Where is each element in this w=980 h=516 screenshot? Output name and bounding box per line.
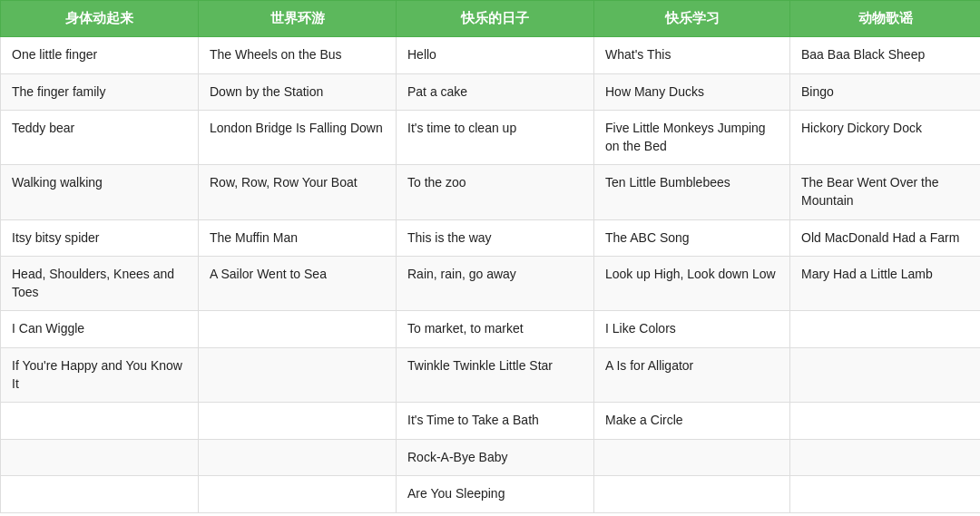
table-row: Rock-A-Bye Baby xyxy=(1,439,981,476)
cell-10-1 xyxy=(199,476,397,513)
column-header-4: 动物歌谣 xyxy=(790,1,981,37)
cell-2-1: London Bridge Is Falling Down xyxy=(199,111,397,165)
table-row: If You're Happy and You Know ItTwinkle T… xyxy=(1,347,981,402)
cell-1-4: Bingo xyxy=(790,73,981,111)
cell-8-3: Make a Circle xyxy=(594,403,790,440)
cell-2-0: Teddy bear xyxy=(1,111,199,165)
cell-6-4 xyxy=(790,311,981,348)
cell-10-3 xyxy=(594,476,790,513)
cell-4-1: The Muffin Man xyxy=(199,219,397,257)
table-row: Walking walkingRow, Row, Row Your BoatTo… xyxy=(1,165,981,219)
cell-3-1: Row, Row, Row Your Boat xyxy=(199,165,397,219)
cell-2-2: It's time to clean up xyxy=(397,111,594,165)
cell-6-1 xyxy=(199,311,397,348)
cell-4-2: This is the way xyxy=(397,219,594,257)
cell-8-1 xyxy=(199,403,397,440)
table-row: Teddy bearLondon Bridge Is Falling DownI… xyxy=(1,111,981,165)
cell-0-0: One little finger xyxy=(1,37,199,74)
cell-1-0: The finger family xyxy=(1,73,199,111)
column-header-2: 快乐的日子 xyxy=(397,1,594,37)
cell-3-4: The Bear Went Over the Mountain xyxy=(790,165,981,219)
cell-9-4 xyxy=(790,439,981,476)
cell-5-4: Mary Had a Little Lamb xyxy=(790,257,981,311)
cell-8-2: It's Time to Take a Bath xyxy=(397,403,594,440)
cell-10-4 xyxy=(790,476,981,513)
column-header-3: 快乐学习 xyxy=(594,1,790,37)
cell-1-3: How Many Ducks xyxy=(594,73,790,111)
cell-0-3: What's This xyxy=(594,37,790,74)
cell-7-1 xyxy=(199,347,397,402)
cell-4-4: Old MacDonald Had a Farm xyxy=(790,219,981,257)
table-row: One little fingerThe Wheels on the BusHe… xyxy=(1,37,981,74)
cell-8-0 xyxy=(1,403,199,440)
song-table: 身体动起来世界环游快乐的日子快乐学习动物歌谣 One little finger… xyxy=(0,0,980,513)
cell-5-3: Look up High, Look down Low xyxy=(594,257,790,311)
cell-5-1: A Sailor Went to Sea xyxy=(199,257,397,311)
table-row: Itsy bitsy spiderThe Muffin ManThis is t… xyxy=(1,219,981,257)
cell-8-4 xyxy=(790,403,981,440)
table-row: I Can WiggleTo market, to marketI Like C… xyxy=(1,311,981,348)
cell-4-3: The ABC Song xyxy=(594,219,790,257)
cell-9-0 xyxy=(1,439,199,476)
column-header-1: 世界环游 xyxy=(199,1,397,37)
cell-7-3: A Is for Alligator xyxy=(594,347,790,402)
cell-4-0: Itsy bitsy spider xyxy=(1,219,199,257)
column-header-0: 身体动起来 xyxy=(1,1,199,37)
table-row: Are You Sleeping xyxy=(1,476,981,513)
cell-7-4 xyxy=(790,347,981,402)
cell-5-0: Head, Shoulders, Knees and Toes xyxy=(1,257,199,311)
cell-0-4: Baa Baa Black Sheep xyxy=(790,37,981,74)
cell-1-1: Down by the Station xyxy=(199,73,397,111)
table-row: The finger familyDown by the StationPat … xyxy=(1,73,981,111)
cell-6-0: I Can Wiggle xyxy=(1,311,199,348)
table-row: Head, Shoulders, Knees and ToesA Sailor … xyxy=(1,257,981,311)
cell-5-2: Rain, rain, go away xyxy=(397,257,594,311)
table-row: It's Time to Take a BathMake a Circle xyxy=(1,403,981,440)
cell-6-3: I Like Colors xyxy=(594,311,790,348)
cell-10-2: Are You Sleeping xyxy=(397,476,594,513)
cell-7-2: Twinkle Twinkle Little Star xyxy=(397,347,594,402)
cell-3-2: To the zoo xyxy=(397,165,594,219)
cell-3-3: Ten Little Bumblebees xyxy=(594,165,790,219)
cell-6-2: To market, to market xyxy=(397,311,594,348)
cell-2-3: Five Little Monkeys Jumping on the Bed xyxy=(594,111,790,165)
cell-9-2: Rock-A-Bye Baby xyxy=(397,439,594,476)
cell-2-4: Hickory Dickory Dock xyxy=(790,111,981,165)
cell-0-2: Hello xyxy=(397,37,594,74)
cell-3-0: Walking walking xyxy=(1,165,199,219)
cell-1-2: Pat a cake xyxy=(397,73,594,111)
cell-9-3 xyxy=(594,439,790,476)
cell-9-1 xyxy=(199,439,397,476)
cell-7-0: If You're Happy and You Know It xyxy=(1,347,199,402)
cell-10-0 xyxy=(1,476,199,513)
cell-0-1: The Wheels on the Bus xyxy=(199,37,397,74)
